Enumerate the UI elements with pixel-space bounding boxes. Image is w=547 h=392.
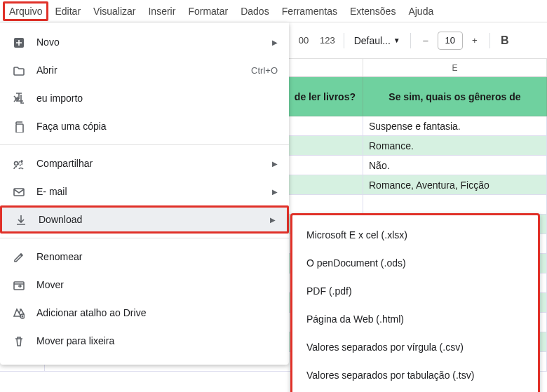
submenu-item[interactable]: Valores separados por vírgula (.csv): [292, 333, 538, 361]
submenu-item[interactable]: O penDocument (.ods): [292, 249, 538, 277]
menu-item-eu-importo[interactable]: eu importo: [0, 84, 289, 112]
cell[interactable]: Romance.: [363, 136, 547, 156]
cell[interactable]: Não.: [363, 156, 547, 175]
menu-item-label: Renomear: [36, 251, 278, 262]
menubar-item-extensões[interactable]: Extensões: [344, 1, 402, 21]
menubar-item-inserir[interactable]: Inserir: [142, 1, 182, 21]
trash-icon: [11, 334, 25, 348]
menubar: ArquivoEditarVisualizarInserirFormatarDa…: [0, 0, 547, 22]
menubar-item-dados[interactable]: Dados: [234, 1, 275, 21]
drive-add-icon: [11, 306, 25, 320]
separator: [344, 33, 344, 48]
file-menu-dropdown: Novo▶AbrirCtrl+Oeu importoFaça uma cópia…: [0, 22, 289, 365]
rename-icon: [11, 250, 25, 264]
toolbar: 00 123 Defaul... ▼ – 10 + B: [289, 22, 547, 59]
menu-item-mover-para-lixeira[interactable]: Mover para lixeira: [0, 327, 289, 355]
folder-icon: [11, 63, 25, 77]
submenu-item[interactable]: Microsoft E x cel (.xlsx): [292, 221, 538, 249]
menubar-item-visualizar[interactable]: Visualizar: [87, 1, 142, 21]
menu-item-label: Download: [39, 214, 264, 225]
menu-item-label: Adicionar atalho ao Drive: [36, 307, 278, 318]
chevron-right-icon: ▶: [270, 216, 276, 224]
menu-item-label: E- mail: [36, 186, 266, 197]
menu-item-abrir[interactable]: AbrirCtrl+O: [0, 56, 289, 84]
cell[interactable]: [363, 195, 547, 215]
font-size-increase[interactable]: +: [464, 30, 485, 51]
chevron-right-icon: ▶: [272, 188, 278, 196]
menubar-item-ferramentas[interactable]: Ferramentas: [276, 1, 344, 21]
bold-button[interactable]: B: [494, 30, 515, 51]
submenu-item[interactable]: Valores separados por tabulação (.tsv): [292, 361, 538, 389]
menu-item-novo[interactable]: Novo▶: [0, 28, 289, 56]
copy-icon: [11, 119, 25, 133]
menu-item-download[interactable]: Download▶: [0, 205, 289, 234]
menu-item-label: eu importo: [36, 93, 278, 104]
menubar-item-editar[interactable]: Editar: [48, 1, 87, 21]
menubar-item-formatar[interactable]: Formatar: [182, 1, 234, 21]
share-icon: [11, 156, 25, 170]
menubar-item-ajuda[interactable]: Ajuda: [402, 1, 440, 21]
menu-item-fa-a-uma-c-pia[interactable]: Faça uma cópia: [0, 112, 289, 140]
menu-item-label: Compartilhar: [36, 158, 266, 169]
import-icon: [11, 91, 25, 105]
submenu-item[interactable]: Página da Web (.html): [292, 305, 538, 333]
menu-item-label: Abrir: [36, 65, 251, 76]
font-size-decrease[interactable]: –: [415, 30, 436, 51]
menu-item-compartilhar[interactable]: Compartilhar▶: [0, 149, 289, 177]
number-format-button[interactable]: 123: [316, 30, 339, 51]
menu-shortcut: Ctrl+O: [251, 65, 278, 76]
chevron-right-icon: ▶: [272, 39, 278, 46]
font-family-select[interactable]: Defaul... ▼: [349, 35, 406, 46]
percent-button[interactable]: 00: [293, 30, 314, 51]
menu-item-e-mail[interactable]: E- mail▶: [0, 177, 289, 205]
move-icon: [11, 278, 25, 292]
separator: [489, 33, 490, 48]
menu-item-renomear[interactable]: Renomear: [0, 243, 289, 271]
separator: [410, 33, 411, 48]
menu-item-mover[interactable]: Mover: [0, 271, 289, 299]
submenu-item[interactable]: PDF (.pdf): [292, 277, 538, 305]
menubar-item-arquivo[interactable]: Arquivo: [3, 1, 48, 21]
font-family-label: Defaul...: [354, 35, 391, 46]
menu-item-label: Mover para lixeira: [36, 335, 278, 346]
chevron-right-icon: ▶: [272, 160, 278, 168]
plus-box-icon: [11, 35, 25, 49]
download-submenu: Microsoft E x cel (.xlsx)O penDocument (…: [290, 213, 540, 392]
menu-item-adicionar-atalho-ao-drive[interactable]: Adicionar atalho ao Drive: [0, 299, 289, 327]
download-icon: [13, 212, 27, 227]
column-header-e[interactable]: E: [363, 59, 547, 76]
mail-icon: [11, 184, 25, 198]
font-size-input[interactable]: 10: [438, 32, 463, 50]
header-cell-e[interactable]: Se sim, quais os gêneros de: [363, 77, 547, 116]
menu-item-label: Faça uma cópia: [36, 121, 278, 132]
cell[interactable]: Suspense e fantasia.: [363, 116, 547, 136]
menu-item-label: Novo: [36, 36, 266, 48]
chevron-down-icon: ▼: [393, 36, 400, 44]
cell[interactable]: Romance, Aventura, Ficção: [363, 175, 547, 195]
menu-item-label: Mover: [36, 279, 278, 290]
